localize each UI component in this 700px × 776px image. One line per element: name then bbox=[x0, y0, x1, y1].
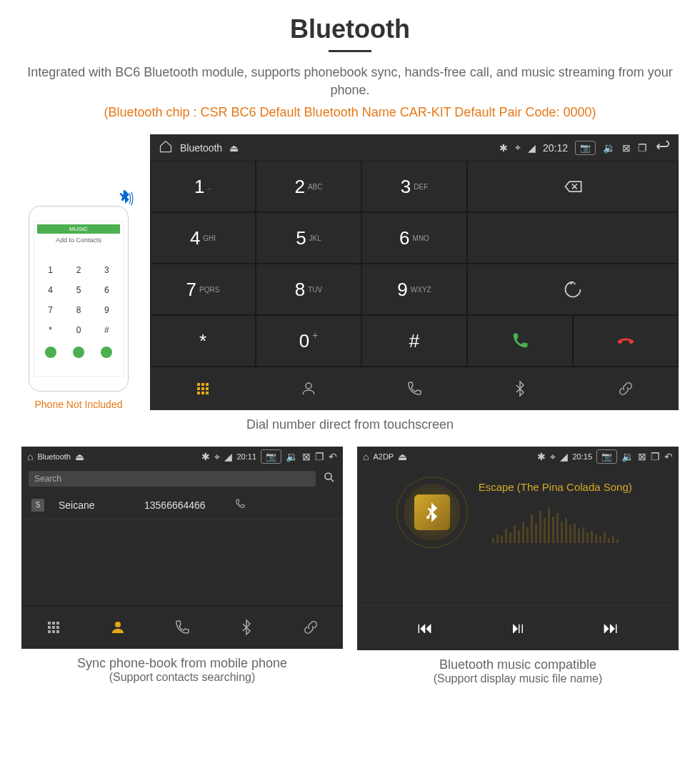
key-0[interactable]: 0+ bbox=[256, 315, 361, 367]
spec-line: (Bluetooth chip : CSR BC6 Default Blueto… bbox=[21, 105, 679, 120]
volume-icon[interactable]: 🔉 bbox=[621, 451, 634, 462]
svg-rect-12 bbox=[56, 622, 59, 625]
key-1[interactable]: 1.. bbox=[150, 161, 256, 212]
key-9[interactable]: 9WXYZ bbox=[361, 264, 467, 315]
volume-icon[interactable]: 🔉 bbox=[603, 142, 615, 154]
back-icon[interactable] bbox=[654, 139, 670, 156]
main-device-screen: Bluetooth ⏏ ✱ ⌖ ◢ 20:12 📷 🔉 ⊠ ❐ 1.. 2ABC… bbox=[150, 134, 679, 410]
volume-icon[interactable]: 🔉 bbox=[286, 451, 298, 462]
next-track-button[interactable]: ⏭ bbox=[603, 619, 619, 637]
phone-mockup: MUSIC Add to Contacts 123 456 789 *0# bbox=[29, 206, 129, 392]
wifi-icon: ◢ bbox=[560, 451, 568, 462]
svg-rect-17 bbox=[52, 630, 55, 633]
contact-badge: S bbox=[31, 499, 44, 512]
key-4[interactable]: 4GHI bbox=[150, 212, 256, 264]
tab-pair[interactable] bbox=[279, 606, 343, 649]
search-icon[interactable] bbox=[323, 471, 336, 487]
bluetooth-status-icon: ✱ bbox=[537, 451, 546, 462]
svg-rect-13 bbox=[48, 626, 51, 629]
call-contact-icon[interactable] bbox=[234, 498, 246, 512]
svg-point-9 bbox=[325, 473, 331, 479]
album-art-icon bbox=[404, 484, 461, 541]
music-statusbar: ⌂ A2DP ⏏ ✱ ⌖ ◢ 20:15 📷 🔉 ⊠ ❐ ↶ bbox=[357, 447, 679, 467]
music-title-bar: A2DP bbox=[373, 452, 394, 461]
tab-bluetooth[interactable] bbox=[467, 367, 573, 410]
track-title: Escape (The Pina Colada Song) bbox=[479, 481, 632, 493]
call-button[interactable] bbox=[467, 315, 573, 367]
tab-history[interactable] bbox=[361, 367, 467, 410]
contact-number: 13566664466 bbox=[144, 499, 206, 511]
dial-keypad: 1.. 2ABC 3DEF 4GHI 5JKL 6MNO 7PQRS 8TUV … bbox=[150, 161, 679, 367]
close-app-icon[interactable]: ⊠ bbox=[622, 142, 631, 154]
tab-history[interactable] bbox=[150, 606, 214, 649]
svg-rect-8 bbox=[206, 392, 209, 394]
tab-contacts[interactable] bbox=[86, 606, 150, 649]
add-contacts-label: Add to Contacts bbox=[56, 237, 101, 244]
subtitle: Integrated with BC6 Bluetooth module, su… bbox=[21, 64, 679, 99]
search-input[interactable]: Search bbox=[29, 471, 316, 487]
prev-track-button[interactable]: ⏮ bbox=[417, 619, 433, 637]
svg-rect-16 bbox=[48, 630, 51, 633]
key-6[interactable]: 6MNO bbox=[361, 212, 467, 264]
tab-dialpad[interactable] bbox=[150, 367, 256, 410]
svg-rect-5 bbox=[206, 387, 209, 390]
screenshot-icon[interactable]: 📷 bbox=[261, 449, 281, 464]
tab-bluetooth[interactable] bbox=[214, 606, 279, 649]
svg-rect-7 bbox=[201, 392, 204, 394]
bluetooth-status-icon: ✱ bbox=[499, 142, 508, 154]
svg-rect-3 bbox=[197, 387, 200, 390]
bottom-nav bbox=[150, 367, 679, 410]
key-star[interactable]: * bbox=[150, 315, 256, 367]
music-caption: Bluetooth music compatible (Support disp… bbox=[357, 657, 679, 685]
bluetooth-status-icon: ✱ bbox=[201, 451, 210, 462]
pb-bottom-nav bbox=[21, 605, 343, 649]
svg-rect-14 bbox=[52, 626, 55, 629]
key-8[interactable]: 8TUV bbox=[256, 264, 361, 315]
play-pause-button[interactable]: ⏯ bbox=[510, 619, 526, 637]
svg-rect-0 bbox=[197, 383, 200, 386]
recent-apps-icon[interactable]: ❐ bbox=[638, 142, 647, 154]
pb-title: Bluetooth bbox=[37, 452, 70, 461]
home-icon[interactable]: ⌂ bbox=[27, 451, 33, 462]
key-5[interactable]: 5JKL bbox=[256, 212, 361, 264]
location-icon: ⌖ bbox=[550, 451, 556, 463]
recent-apps-icon[interactable]: ❐ bbox=[651, 451, 660, 462]
redial-button[interactable] bbox=[467, 264, 679, 315]
pb-clock: 20:11 bbox=[236, 452, 256, 461]
tab-pair[interactable] bbox=[573, 367, 679, 410]
backspace-button[interactable] bbox=[467, 161, 679, 212]
equalizer-icon bbox=[479, 507, 632, 543]
back-icon[interactable]: ↶ bbox=[329, 451, 337, 462]
pb-statusbar: ⌂ Bluetooth ⏏ ✱ ⌖ ◢ 20:11 📷 🔉 ⊠ ❐ ↶ bbox=[21, 447, 343, 467]
location-icon: ⌖ bbox=[515, 141, 521, 154]
hangup-button[interactable] bbox=[573, 315, 679, 367]
key-2[interactable]: 2ABC bbox=[256, 161, 361, 212]
svg-rect-11 bbox=[52, 622, 55, 625]
contact-row[interactable]: S Seicane 13566664466 bbox=[21, 491, 343, 519]
home-icon[interactable]: ⌂ bbox=[363, 451, 369, 462]
page-title: Bluetooth bbox=[21, 14, 679, 44]
status-title: Bluetooth bbox=[180, 142, 222, 154]
bluetooth-signal-icon bbox=[115, 189, 135, 214]
key-7[interactable]: 7PQRS bbox=[150, 264, 256, 315]
key-3[interactable]: 3DEF bbox=[361, 161, 467, 212]
home-icon[interactable] bbox=[159, 139, 173, 156]
phonebook-screen: ⌂ Bluetooth ⏏ ✱ ⌖ ◢ 20:11 📷 🔉 ⊠ ❐ ↶ Sear… bbox=[21, 447, 343, 649]
back-icon[interactable]: ↶ bbox=[664, 451, 673, 462]
svg-rect-10 bbox=[48, 622, 51, 625]
usb-icon: ⏏ bbox=[75, 451, 84, 462]
key-hash[interactable]: # bbox=[361, 315, 467, 367]
music-clock: 20:15 bbox=[572, 452, 592, 461]
recent-apps-icon[interactable]: ❐ bbox=[315, 451, 324, 462]
tab-dialpad[interactable] bbox=[21, 606, 86, 649]
main-caption: Dial number direct from touchscreen bbox=[21, 417, 679, 432]
tab-contacts[interactable] bbox=[256, 367, 361, 410]
location-icon: ⌖ bbox=[214, 451, 220, 463]
music-screen: ⌂ A2DP ⏏ ✱ ⌖ ◢ 20:15 📷 🔉 ⊠ ❐ ↶ bbox=[357, 447, 679, 650]
screenshot-icon[interactable]: 📷 bbox=[575, 141, 596, 155]
svg-rect-15 bbox=[56, 626, 59, 629]
close-app-icon[interactable]: ⊠ bbox=[638, 451, 646, 462]
screenshot-icon[interactable]: 📷 bbox=[596, 449, 617, 464]
close-app-icon[interactable]: ⊠ bbox=[302, 451, 311, 462]
usb-icon: ⏏ bbox=[398, 451, 407, 462]
